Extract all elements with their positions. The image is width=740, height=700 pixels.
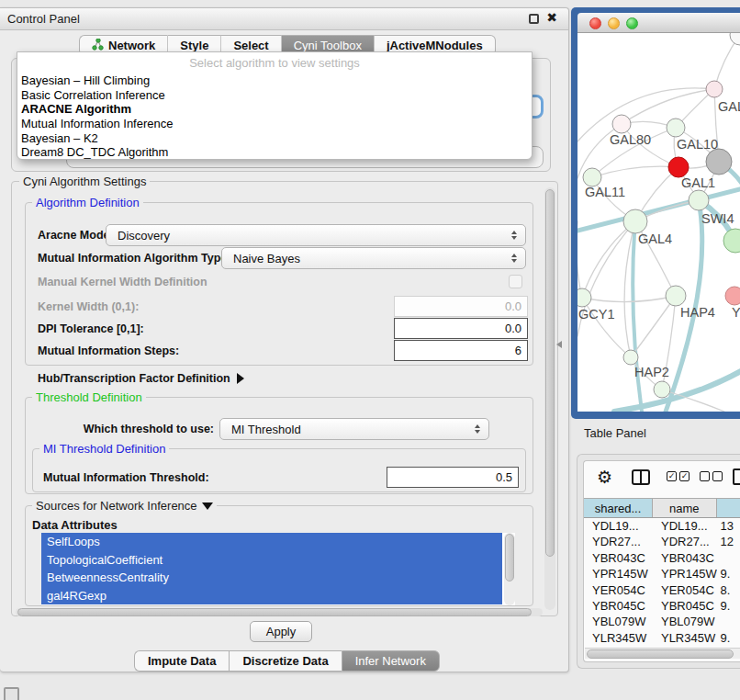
- manual-kernel-width-checkbox[interactable]: [509, 275, 522, 288]
- network-node-GAL10[interactable]: [667, 119, 685, 137]
- aracne-mode-select[interactable]: Discovery: [106, 224, 526, 246]
- aracne-mode-label: Aracne Mode:: [38, 224, 114, 246]
- network-node-SWI4[interactable]: [689, 190, 709, 210]
- mi-algorithm-type-value: Naive Bayes: [233, 248, 300, 268]
- table-row[interactable]: YPR145WYPR145W9.: [584, 566, 740, 581]
- table-row[interactable]: YDL19...YDL19...13: [584, 518, 740, 534]
- scrollbar-thumb[interactable]: [17, 608, 532, 616]
- table-row[interactable]: YBR045CYBR045C9.: [584, 598, 740, 614]
- minimize-traffic-light[interactable]: [608, 17, 620, 29]
- dropdown-item[interactable]: Dream8 DC_TDC Algorithm: [17, 145, 532, 160]
- settings-gear-icon[interactable]: ⚙: [597, 467, 612, 487]
- dropdown-item[interactable]: Bayesian – Hill Climbing: [17, 73, 532, 88]
- zoom-traffic-light[interactable]: [626, 17, 638, 29]
- data-attribute-item[interactable]: SelfLoops: [41, 533, 502, 551]
- table-cell: 8.: [717, 582, 740, 598]
- mi-algorithm-type-select[interactable]: Naive Bayes: [221, 247, 526, 269]
- dock-panel-icon[interactable]: [4, 687, 19, 700]
- hub-definition-toggle[interactable]: Hub/Transcription Factor Definition: [38, 371, 244, 386]
- threshold-definition-title: Threshold Definition: [32, 390, 146, 404]
- scrollbar-thumb[interactable]: [505, 534, 514, 581]
- which-threshold-select[interactable]: MI Threshold: [219, 418, 489, 440]
- dropdown-item[interactable]: Bayesian – K2: [17, 131, 532, 146]
- network-node-GCY1[interactable]: [577, 288, 591, 307]
- column-layout-icon[interactable]: [632, 469, 650, 485]
- network-node-GAL4[interactable]: [623, 209, 647, 233]
- table-cell: YER054C: [584, 582, 653, 598]
- table-cell: [717, 614, 740, 629]
- network-canvas[interactable]: GALGAL80GAL10GAL1GAL11SWI4GAL4GCY1HAP4YH…: [577, 33, 740, 412]
- network-window-titlebar[interactable]: [577, 13, 740, 33]
- control-panel-titlebar[interactable]: Control Panel ✖: [0, 8, 568, 30]
- settings-vertical-scrollbar[interactable]: [544, 187, 555, 610]
- tab-label: jActiveMNodules: [387, 39, 483, 52]
- node-label-GAL10: GAL10: [677, 137, 718, 152]
- sources-title: Sources for Network Inference: [36, 499, 197, 513]
- algorithm-dropdown-placeholder: Select algorithm to view settings: [17, 52, 532, 73]
- network-node-GAL1[interactable]: [668, 157, 689, 177]
- control-panel-title: Control Panel: [7, 12, 80, 26]
- mi-steps-field[interactable]: 6: [394, 340, 528, 361]
- scrollbar-thumb[interactable]: [545, 189, 555, 557]
- mi-threshold-label: Mutual Information Threshold:: [43, 467, 209, 489]
- close-traffic-light[interactable]: [589, 17, 601, 29]
- table-row[interactable]: YLR345WYLR345W9.: [584, 630, 740, 646]
- table-cell: YDR27...: [584, 534, 653, 549]
- deselect-all-icon[interactable]: [700, 471, 723, 481]
- stepper-icon: [511, 254, 517, 263]
- table-panel-title: Table Panel: [584, 426, 646, 440]
- table-row[interactable]: YER054CYER054C8.: [584, 582, 740, 598]
- table-function-icon[interactable]: [733, 469, 740, 485]
- network-node-HAP2[interactable]: [623, 350, 638, 365]
- network-node-GAL11[interactable]: [583, 168, 601, 186]
- network-node-right-green[interactable]: [723, 229, 740, 253]
- mi-threshold-field[interactable]: 0.5: [387, 467, 519, 488]
- network-view-window[interactable]: GALGAL80GAL10GAL1GAL11SWI4GAL4GCY1HAP4YH…: [571, 7, 740, 419]
- sources-title-row[interactable]: Sources for Network Inference: [32, 499, 217, 513]
- node-label-GCY1: GCY1: [578, 307, 615, 322]
- data-attribute-item[interactable]: TopologicalCoefficient: [41, 551, 502, 570]
- mi-steps-label: Mutual Information Steps:: [38, 340, 179, 362]
- network-node-gray-node[interactable]: [706, 149, 732, 175]
- scrollbar-thumb[interactable]: [587, 649, 734, 659]
- settings-horizontal-scrollbar[interactable]: [16, 608, 543, 616]
- tab-infer-network[interactable]: Infer Network: [342, 650, 440, 672]
- dropdown-item[interactable]: ARACNE Algorithm: [17, 102, 532, 117]
- table-row[interactable]: YBL079WYBL079W: [584, 614, 740, 629]
- table-horizontal-scrollbar[interactable]: [585, 648, 740, 659]
- dropdown-item[interactable]: Mutual Information Inference: [17, 117, 532, 131]
- splitter-handle[interactable]: [556, 341, 562, 348]
- network-node-pink-right[interactable]: [725, 287, 740, 305]
- list-vertical-scrollbar[interactable]: [504, 533, 515, 605]
- cyni-algorithm-settings-panel: Cyni Algorithm Settings Algorithm Defini…: [11, 181, 558, 616]
- tab-discretize-data[interactable]: Discretize Data: [229, 650, 341, 672]
- node-label-GAL80: GAL80: [610, 132, 651, 147]
- table-cell: YLR345W: [653, 630, 717, 646]
- table-cell: 12: [717, 534, 740, 549]
- network-node-pink-top[interactable]: [706, 81, 723, 97]
- data-attribute-item[interactable]: BetweennessCentrality: [41, 569, 502, 587]
- table-row[interactable]: YBR043CYBR043C: [584, 550, 740, 566]
- unchecked-box-icon: [700, 471, 710, 481]
- network-node-bottom-partial[interactable]: [654, 381, 670, 398]
- float-window-icon[interactable]: [529, 14, 539, 24]
- apply-button[interactable]: Apply: [250, 621, 312, 642]
- dropdown-item[interactable]: Basic Correlation Inference: [17, 88, 532, 103]
- tab-impute-data[interactable]: Impute Data: [134, 650, 229, 672]
- select-all-icon[interactable]: ✓ ✓: [667, 471, 690, 481]
- tab-label: Cyni Toolbox: [294, 39, 362, 52]
- network-node-top-partial[interactable]: [730, 33, 740, 45]
- table-row[interactable]: YDR27...YDR27...12: [584, 534, 740, 549]
- network-node-HAP4[interactable]: [666, 286, 686, 306]
- data-attribute-item[interactable]: gal4RGexp: [41, 587, 502, 605]
- column-header[interactable]: [717, 499, 740, 517]
- unchecked-box-icon: [712, 471, 723, 481]
- close-icon[interactable]: ✖: [546, 10, 557, 25]
- column-header[interactable]: shared...: [584, 499, 653, 517]
- network-node-GAL80[interactable]: [612, 115, 631, 133]
- hub-definition-label: Hub/Transcription Factor Definition: [38, 371, 230, 386]
- kernel-width-field[interactable]: 0.0: [394, 296, 528, 317]
- column-header[interactable]: name: [653, 499, 717, 517]
- table-panel: ⚙ ✓ ✓ shared...name YDL19...YDL19...13YD…: [577, 454, 740, 669]
- dpi-tolerance-field[interactable]: 0.0: [394, 318, 528, 339]
